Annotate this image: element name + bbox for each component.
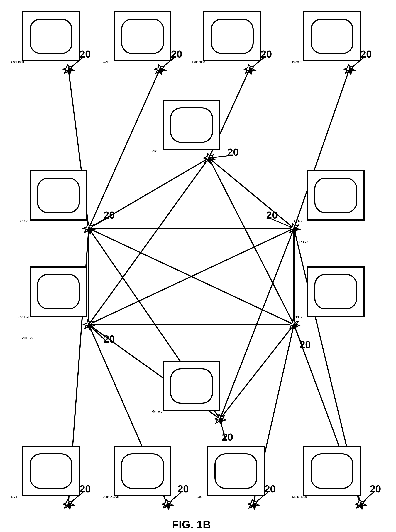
converter-icon (248, 500, 259, 509)
edge (209, 158, 294, 325)
edge (220, 228, 294, 419)
monitor-icon (203, 11, 261, 61)
diagram-stage: User InputWANDatabaseInternetDiskCPU #1C… (0, 0, 396, 532)
cpu4-label: CPU #4 (18, 316, 98, 319)
monitor-icon (163, 361, 220, 411)
monitor-icon (207, 446, 265, 496)
tape-label: Tape (196, 495, 262, 498)
monitor-icon (114, 11, 171, 61)
converter-icon (63, 65, 74, 74)
monitor-icon (22, 446, 80, 496)
digital_feed-label: Digital feed (292, 495, 370, 498)
converter-icon (245, 65, 255, 74)
ref-numeral: 20 (222, 431, 233, 443)
monitor-icon (29, 170, 87, 221)
ref-numeral: 20 (177, 483, 189, 495)
ref-numeral: 20 (80, 483, 91, 495)
database-label: Database (192, 60, 259, 64)
cpu3-label: CPU #3 (298, 240, 370, 244)
monitor-icon (307, 170, 365, 221)
ref-numeral: 20 (361, 48, 372, 60)
converter-icon (84, 224, 94, 233)
memory-label: Memory (151, 410, 229, 413)
wan-label: WAN (103, 60, 169, 64)
ref-numeral: 20 (261, 48, 272, 60)
internet-label: Internet (292, 60, 359, 64)
ref-numeral: 20 (227, 146, 239, 158)
cpu6-label: CPU #6 (294, 316, 373, 319)
converter-icon (289, 320, 299, 330)
cpu2-label: CPU #2 (294, 220, 373, 223)
converter-icon (162, 500, 173, 509)
monitor-icon (307, 266, 365, 317)
ref-numeral: 20 (299, 339, 311, 351)
lan-label: LAN (11, 495, 78, 498)
converter-icon (63, 500, 74, 509)
figure-caption: FIG. 1B (172, 518, 211, 531)
converter-icon (355, 500, 366, 509)
ref-numeral: 20 (104, 209, 115, 221)
monitor-icon (29, 266, 87, 317)
monitor-icon (303, 446, 361, 496)
user_input-label: User Input (11, 60, 78, 64)
edge (89, 69, 160, 228)
ref-numeral: 20 (80, 48, 91, 60)
ref-numeral: 20 (266, 209, 278, 221)
user_display-label: User Display (103, 495, 177, 498)
monitor-icon (163, 100, 220, 150)
cpu1-label: CPU #1 (18, 220, 98, 223)
monitor-icon (22, 11, 80, 61)
ref-numeral: 20 (171, 48, 182, 60)
monitor-icon (114, 446, 171, 496)
edge (89, 158, 209, 325)
ref-numeral: 20 (370, 483, 381, 495)
ref-numeral: 20 (104, 333, 115, 345)
converter-icon (344, 65, 355, 74)
converter-icon (155, 65, 165, 74)
ref-numeral: 20 (264, 483, 276, 495)
monitor-icon (303, 11, 361, 61)
disk-label: Disk (151, 149, 218, 152)
cpu5-label: CPU #5 (22, 337, 94, 340)
edge (209, 158, 294, 228)
